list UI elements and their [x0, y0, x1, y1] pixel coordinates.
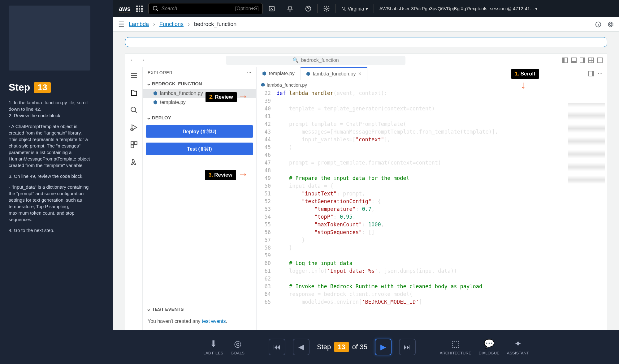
svg-point-13 — [131, 107, 136, 112]
file-label: lambda_function.py — [160, 91, 203, 96]
breadcrumb-lambda[interactable]: Lambda — [129, 21, 149, 28]
svg-marker-15 — [132, 125, 136, 130]
ide-search[interactable]: 🔍 bedrock_function — [226, 56, 405, 65]
split-icon[interactable] — [588, 71, 594, 76]
deploy-section[interactable]: DEPLOY — [143, 112, 256, 123]
annotation-scroll: 1.Scroll — [511, 69, 539, 79]
test-events-link[interactable]: test events — [202, 319, 226, 324]
svg-line-14 — [135, 111, 136, 113]
layout-full-icon[interactable] — [597, 58, 603, 63]
arrow-right-icon: → — [238, 168, 248, 180]
menu-icon[interactable] — [130, 71, 138, 79]
breadcrumb-sep: › — [153, 21, 155, 28]
search-placeholder: Search — [162, 6, 177, 11]
aws-logo[interactable]: aws — [119, 5, 131, 12]
explorer-header: EXPLORER ⋯ — [143, 67, 256, 78]
test-events-section[interactable]: TEST EVENTS — [143, 304, 256, 314]
explorer-icon[interactable] — [130, 89, 138, 97]
architecture-button[interactable]: ⬚ ARCHITECTURE — [440, 339, 471, 355]
settings-icon[interactable] — [323, 5, 330, 12]
nav-back-icon[interactable]: ← — [130, 57, 135, 63]
layout-bottom-icon[interactable] — [571, 58, 577, 63]
user-menu[interactable]: AWSLabsUser-3PdzPgn3pvQ6VDpjBgjXg7/expto… — [379, 6, 538, 11]
content-area: ← → 🔍 bedrock_function — [113, 32, 619, 349]
svg-point-0 — [153, 6, 157, 10]
divider — [317, 4, 318, 13]
divider — [299, 4, 299, 13]
search-icon: 🔍 — [292, 57, 299, 63]
lab-files-button[interactable]: ⬇ LAB FILES — [203, 339, 223, 355]
nav-fwd-icon[interactable]: → — [140, 57, 145, 63]
close-icon[interactable]: × — [358, 71, 361, 77]
minimap[interactable] — [568, 103, 605, 183]
arrow-right-icon: → — [238, 90, 248, 102]
editor-breadcrumb[interactable]: ⬢ lambda_function.py — [257, 80, 607, 89]
lab-instructions-panel: Step 13 1. In the lambda_function.py fil… — [0, 0, 99, 364]
python-icon: ⬢ — [261, 82, 265, 88]
step-indicator: Step 13 of 35 — [317, 342, 367, 352]
code-lines: def lambda_handler(event, context): temp… — [274, 89, 607, 349]
goals-button[interactable]: ◎ GOALS — [231, 339, 245, 355]
lambda-nav-icon[interactable] — [130, 158, 138, 166]
more-icon[interactable]: ⋯ — [598, 71, 603, 76]
debug-icon[interactable] — [130, 123, 138, 131]
divider — [374, 4, 374, 13]
tab-template[interactable]: ⬢ template.py — [257, 67, 301, 80]
svg-line-1 — [157, 10, 158, 11]
last-step-button[interactable]: ⏭ — [399, 339, 416, 355]
svg-point-4 — [326, 8, 327, 10]
search-shortcut: [Option+S] — [235, 6, 259, 11]
deploy-button[interactable]: Deploy (⇧⌘U) — [146, 125, 253, 138]
svg-point-9 — [609, 23, 612, 25]
divider — [335, 4, 336, 13]
assistant-button[interactable]: ✦ ASSISTANT — [507, 339, 529, 355]
region-selector[interactable]: N. Virginia ▾ — [341, 6, 368, 12]
layout-left-icon[interactable] — [562, 58, 568, 63]
next-step-button[interactable]: ▶ — [375, 339, 392, 355]
lab-thumbnail — [9, 6, 90, 71]
instruction-4: - "input_data" is a dictionary containin… — [9, 184, 90, 223]
test-button[interactable]: Test (⇧⌘I) — [146, 143, 253, 155]
layout-controls — [562, 58, 603, 63]
lab-instructions-text: 1. In the lambda_function.py file, scrol… — [9, 99, 90, 233]
explorer-panel: EXPLORER ⋯ BEDROCK_FUNCTION ⬢ lambda_fun… — [143, 67, 257, 349]
instruction-3: 3. On line 49, review the code block. — [9, 173, 90, 179]
help-icon[interactable] — [305, 5, 312, 12]
breadcrumb-functions[interactable]: Functions — [159, 21, 184, 28]
project-folder[interactable]: BEDROCK_FUNCTION — [143, 78, 256, 89]
python-icon: ⬢ — [153, 99, 158, 105]
python-icon: ⬢ — [153, 90, 158, 96]
layout-grid-icon[interactable] — [588, 58, 594, 63]
notifications-icon[interactable] — [287, 5, 293, 12]
prev-step-button[interactable]: ◀ — [293, 339, 310, 355]
search-nav-icon[interactable] — [130, 106, 138, 114]
explorer-more-icon[interactable]: ⋯ — [247, 70, 252, 75]
services-grid-icon[interactable] — [136, 6, 143, 12]
dialogue-button[interactable]: 💬 DIALOGUE — [479, 339, 500, 355]
python-icon: ⬢ — [306, 71, 310, 77]
aws-console: aws Search [Option+S] N. Virginia ▾ AWSL… — [113, 0, 619, 364]
annotation-review-3: 3.Review — [205, 170, 236, 180]
search-input[interactable]: Search [Option+S] — [148, 3, 263, 14]
instruction-2: - A ChatPromptTemplate object is created… — [9, 123, 90, 169]
code-editor-ide: ← → 🔍 bedrock_function — [125, 53, 607, 349]
arrow-down-icon: ↓ — [521, 79, 526, 91]
hamburger-icon[interactable]: ☰ — [118, 20, 124, 28]
editor-tabs: ⬢ template.py ⬢ lambda_function.py × ⋯ — [257, 67, 607, 80]
tab-lambda-function[interactable]: ⬢ lambda_function.py × — [301, 67, 367, 80]
clock-icon[interactable] — [607, 21, 614, 28]
search-icon — [152, 5, 159, 12]
assistant-icon: ✦ — [514, 339, 522, 349]
info-icon[interactable] — [595, 21, 602, 28]
cloudshell-icon[interactable] — [268, 5, 275, 12]
tab-label: lambda_function.py — [313, 71, 356, 77]
first-step-button[interactable]: ⏮ — [269, 339, 285, 355]
extensions-icon[interactable] — [130, 141, 138, 149]
chat-icon: 💬 — [484, 339, 495, 349]
lab-control-bar: ⬇ LAB FILES ◎ GOALS ⏮ ◀ Step 13 of 35 ▶ … — [113, 330, 619, 364]
tab-actions: ⋯ — [588, 67, 607, 80]
code-area[interactable]: 22 39 40 41 42 43 44 45 46 47 48 49 — [257, 89, 607, 349]
layout-right-icon[interactable] — [580, 58, 585, 63]
ide-body: EXPLORER ⋯ BEDROCK_FUNCTION ⬢ lambda_fun… — [125, 67, 607, 349]
python-icon: ⬢ — [262, 71, 266, 76]
